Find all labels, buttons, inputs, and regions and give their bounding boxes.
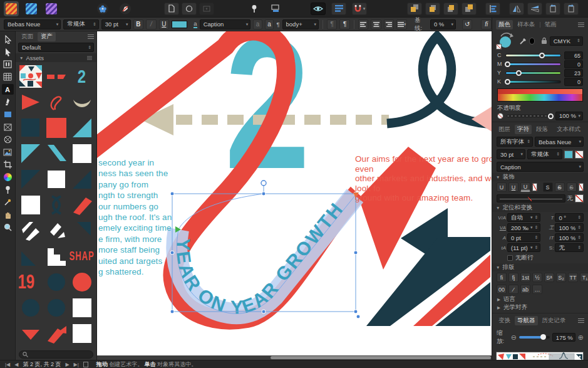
asset-navy-triangle[interactable] — [18, 166, 43, 192]
panel-menu-icon[interactable] — [578, 23, 584, 27]
shape-frame-button[interactable] — [182, 3, 197, 15]
media-browser-button[interactable] — [268, 3, 283, 15]
publisher-app-icon[interactable] — [4, 1, 19, 16]
color-spectrum[interactable] — [497, 88, 583, 102]
lock-icon[interactable] — [541, 37, 546, 45]
tab-paragraph[interactable]: 段落 — [534, 125, 550, 134]
scrollbar-thumb[interactable] — [271, 356, 491, 359]
assets-section-header[interactable]: ▼Assets — [16, 53, 96, 62]
forward-one-button[interactable] — [443, 3, 458, 15]
asset-navy-triangle-4[interactable] — [18, 243, 43, 269]
slider-knob[interactable] — [540, 334, 546, 340]
slider-knob[interactable] — [505, 61, 510, 67]
no-opacity-icon[interactable] — [497, 113, 503, 119]
typography-button[interactable]: fj — [508, 273, 518, 282]
tab-pages[interactable]: 页面 — [18, 32, 36, 41]
paragraph-style-select[interactable]: Caption▾ — [200, 19, 251, 29]
last-page-button[interactable]: ▶| — [74, 362, 79, 367]
asset-red-circle[interactable] — [70, 269, 95, 295]
tab-color[interactable]: 颜色 — [496, 20, 513, 29]
designer-app-icon[interactable] — [44, 1, 59, 16]
decorations-header[interactable]: ▼装饰 — [492, 173, 588, 181]
asset-navy-square[interactable] — [18, 115, 43, 140]
view-tool[interactable] — [2, 209, 14, 220]
asset-red-dashes[interactable] — [44, 63, 69, 89]
pin-button[interactable] — [247, 3, 262, 15]
magenta-slider[interactable] — [505, 63, 561, 66]
typography-button[interactable]: fi — [497, 273, 507, 282]
tab-transform[interactable]: 变换 — [496, 316, 513, 325]
slider-knob[interactable] — [539, 53, 545, 58]
tab-layers[interactable]: 图层 — [496, 125, 513, 134]
rotation-handle[interactable] — [261, 181, 266, 186]
strike-double-button[interactable]: S — [567, 182, 577, 192]
asset-teal-triangle[interactable] — [70, 115, 95, 140]
zoom-value-field[interactable]: 175 % — [552, 333, 575, 342]
ss-field[interactable]: 无⇕ — [555, 243, 584, 252]
font-family-select[interactable]: Bebas Neue▾ — [4, 19, 61, 29]
rotate-cw-button[interactable] — [564, 3, 579, 15]
asset-white-square-2[interactable] — [44, 166, 69, 192]
strike-color-swatch[interactable] — [579, 183, 584, 191]
tab-navigator[interactable]: 导航器 — [515, 316, 538, 325]
shear-field[interactable]: 0 °⇕ — [555, 213, 584, 222]
asset-red-stripe[interactable] — [70, 192, 95, 218]
asset-red-squiggle[interactable] — [44, 89, 69, 115]
style-pin-tool[interactable] — [2, 184, 14, 195]
text-color-swatch[interactable] — [172, 21, 187, 28]
assets-category-select[interactable]: Default⇕ — [18, 43, 94, 52]
h-scale-field[interactable]: 100 %⇕ — [555, 223, 584, 232]
kerning-field[interactable]: 自动▾⇕ — [507, 213, 540, 222]
flip-horizontal-button[interactable] — [509, 3, 524, 15]
eyedropper-icon[interactable] — [519, 36, 526, 45]
asset-teal-triangle-small[interactable] — [18, 346, 43, 349]
canvas[interactable]: 2 YEAR ON YEAR GROWTH — [97, 31, 492, 360]
all-fonts-select[interactable]: 所有字体⇕ — [497, 137, 533, 147]
asset-white-rect-2[interactable] — [70, 346, 95, 349]
pink-arrow-head[interactable] — [472, 106, 492, 132]
yellow-slider[interactable] — [505, 71, 561, 75]
tab-character[interactable]: 字符 — [515, 125, 532, 134]
asset-teal-triangle-2[interactable] — [18, 140, 43, 166]
positioning-header[interactable]: ▼定位和变换 — [492, 204, 588, 212]
place-image-tool[interactable] — [2, 147, 14, 157]
back-one-button[interactable] — [425, 3, 440, 15]
language-section[interactable]: ▶语言 — [492, 295, 588, 303]
asset-red-triangle[interactable] — [18, 89, 43, 115]
show-special-chars-button[interactable]: ¶ — [327, 19, 338, 29]
move-tool[interactable] — [2, 34, 14, 45]
typography-button[interactable]: S₂ — [556, 273, 566, 282]
left-paragraph[interactable]: second year inness has seen thepany go f… — [98, 157, 192, 277]
opacity-slider[interactable] — [507, 115, 552, 117]
slider-knob[interactable] — [505, 79, 510, 85]
node-tool[interactable] — [2, 46, 14, 57]
align-left-button[interactable] — [358, 19, 369, 29]
ligatures-button[interactable]: fi — [481, 19, 492, 29]
asset-navy-cross-curves[interactable] — [44, 192, 69, 218]
style-update-button[interactable]: a — [265, 19, 274, 29]
decoration-color-swatch[interactable] — [575, 194, 584, 202]
asset-white-square-3[interactable] — [18, 192, 43, 218]
asset-numeral-2[interactable]: 2 — [70, 63, 95, 89]
tab-assets[interactable]: 资产 — [38, 32, 56, 41]
asset-navy-circle-2[interactable] — [18, 295, 43, 320]
text-flow-button[interactable] — [331, 3, 346, 15]
panel-menu-icon[interactable] — [88, 34, 94, 39]
typography-button[interactable]: ab — [520, 285, 530, 294]
style-detach-button[interactable]: a — [253, 19, 262, 29]
secondary-color-well[interactable] — [529, 38, 535, 45]
crop-tool[interactable] — [2, 159, 14, 170]
asset-white-slash-pair[interactable] — [18, 218, 43, 243]
asset-white-rect[interactable] — [44, 346, 69, 349]
strike-none-button[interactable]: S — [543, 182, 553, 192]
table-tool[interactable] — [2, 71, 14, 82]
asset-beige-crescent[interactable] — [70, 89, 95, 115]
asset-navy-circle-3[interactable] — [44, 295, 69, 320]
align-center-button[interactable] — [371, 19, 381, 29]
rotate-ccw-button[interactable] — [545, 3, 560, 15]
baseline-select[interactable]: 0 %▾ — [430, 19, 456, 29]
slider-knob[interactable] — [516, 70, 522, 76]
panel-menu-icon[interactable] — [578, 318, 584, 323]
typography-button[interactable]: 1st — [520, 273, 530, 282]
tab-text-styles[interactable]: 文本样式 — [554, 125, 583, 134]
